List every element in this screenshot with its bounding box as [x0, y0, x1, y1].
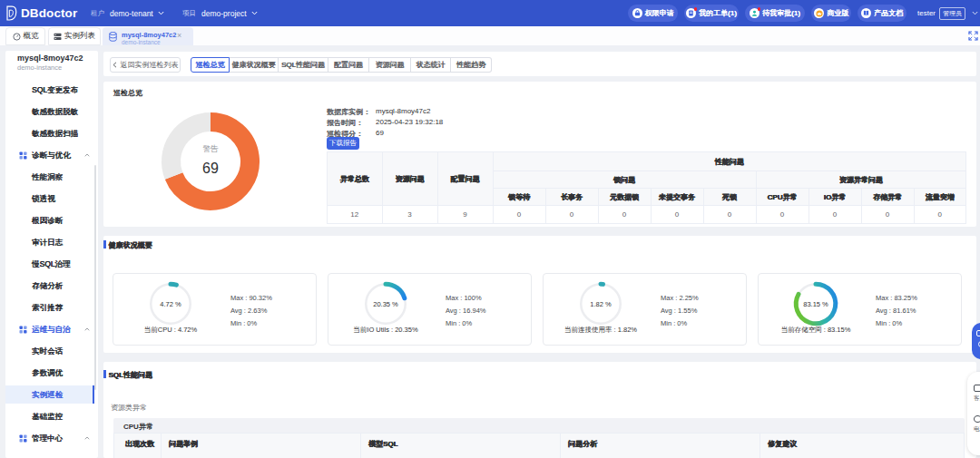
svg-text:83.15 %: 83.15 % [803, 300, 828, 308]
svg-text:警告: 警告 [203, 144, 220, 153]
svg-text:69: 69 [202, 161, 219, 176]
svg-text:1.82 %: 1.82 % [590, 300, 612, 308]
svg-text:4.72 %: 4.72 % [160, 300, 181, 308]
svg-text:20.35 %: 20.35 % [373, 300, 398, 308]
